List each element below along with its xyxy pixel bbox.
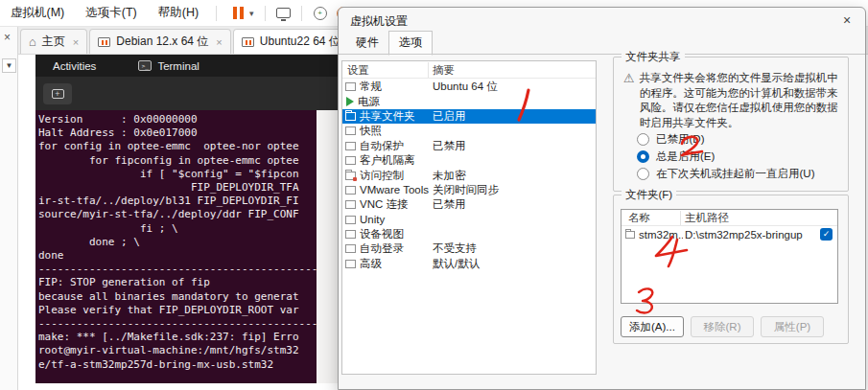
- terminal-line: if [ "$config" = "$fipcon: [38, 168, 317, 181]
- settings-row-general[interactable]: 常规 Ubuntu 64 位: [342, 80, 596, 94]
- dialog-title: 虚拟机设置: [350, 13, 408, 30]
- tab-debian[interactable]: Debian 12.x 64 位 ×: [89, 29, 231, 54]
- settings-list: 设置 摘要 常规 Ubuntu 64 位 电源 共享文件夹: [341, 60, 597, 375]
- vm-settings-dialog: 虚拟机设置 × 硬件 选项 设置 摘要 常规 Ubuntu 64 位: [338, 7, 866, 390]
- settings-row-power[interactable]: 电源: [342, 94, 596, 108]
- terminal-line: Please verify that FIP_DEPLOYDIR_ROOT va…: [38, 304, 317, 317]
- radio-label: 已禁用(D): [656, 132, 704, 147]
- vm-guest-screen[interactable]: Activities >_ Terminal + Version : 0x000…: [35, 55, 338, 383]
- settings-row-snapshot[interactable]: 快照: [342, 124, 596, 138]
- terminal-scrollbar[interactable]: [317, 110, 338, 383]
- pause-dropdown-icon[interactable]: ▾: [249, 9, 254, 18]
- folder-properties-button[interactable]: 属性(P): [761, 316, 824, 337]
- folder-enabled-checkbox[interactable]: ✓: [820, 228, 833, 241]
- folder-sharing-group: 文件夹共享 ⚠ 共享文件夹会将您的文件显示给虚拟机中的程序。这可能为您的计算机和…: [613, 57, 849, 192]
- folders-legend: 文件夹(F): [622, 188, 676, 202]
- guest-isolation-icon: [345, 156, 356, 165]
- radio-always-enabled[interactable]: 总是启用(E): [637, 149, 715, 164]
- folders-group: 文件夹(F) 名称 主机路径 stm32m... D:\stm32mp25x-b…: [613, 195, 849, 344]
- home-icon: ⌂: [29, 34, 36, 49]
- terminal-line: FIP: STOP generation of fip: [38, 276, 317, 289]
- dialog-close-icon[interactable]: ×: [834, 11, 859, 30]
- terminal-line: fi ; \: [38, 222, 317, 236]
- terminal-output[interactable]: Version : 0x00000000 Halt Address : 0x0e…: [35, 110, 317, 383]
- radio-icon[interactable]: [637, 168, 649, 180]
- row-label: VMware Tools: [360, 184, 429, 195]
- close-tab-icon[interactable]: ×: [214, 36, 222, 48]
- settings-row-access-control[interactable]: 访问控制 未加密: [342, 168, 596, 182]
- terminal-line: Version : 0x00000000: [38, 113, 317, 126]
- row-label: 自动登录: [360, 241, 404, 256]
- radio-checked-icon[interactable]: [637, 150, 649, 163]
- autoprotect-icon: [345, 142, 356, 150]
- pause-vm-icon[interactable]: [233, 7, 244, 19]
- row-summary: 关闭时间同步: [433, 183, 499, 197]
- take-snapshot-icon[interactable]: +: [314, 7, 327, 20]
- folder-buttons: 添加(A)... 移除(R) 属性(P): [621, 316, 843, 337]
- general-icon: [345, 82, 356, 91]
- settings-row-autologin[interactable]: 自动登录 不受支持: [342, 241, 596, 256]
- column-summary: 摘要: [433, 63, 455, 78]
- remove-folder-button[interactable]: 移除(R): [691, 316, 754, 337]
- terminal-line: done: [38, 249, 317, 263]
- settings-row-autoprotect[interactable]: 自动保护 已禁用: [342, 139, 596, 153]
- dialog-tab-strip: 硬件 选项: [346, 34, 433, 55]
- row-label: 共享文件夹: [360, 109, 415, 124]
- settings-row-vnc[interactable]: VNC 连接 已禁用: [342, 197, 596, 212]
- terminal-app-menu[interactable]: Terminal: [157, 60, 199, 72]
- radio-enabled-until[interactable]: 在下次关机或挂起前一直启用(U): [637, 167, 814, 181]
- vnc-icon: [345, 200, 356, 209]
- folder-sharing-legend: 文件夹共享: [622, 50, 685, 64]
- row-label: 电源: [358, 95, 380, 109]
- terminal-line: because all binaries mandatory to genera…: [38, 290, 317, 304]
- terminal-line: for config in optee-emmc optee-nor optee: [38, 140, 317, 153]
- terminal-line: root@myir-virtual-machine:/mnt/hgfs/stm3…: [38, 344, 317, 357]
- menu-vm[interactable]: 虚拟机(M): [0, 0, 75, 26]
- menu-tabs[interactable]: 选项卡(T): [75, 0, 147, 26]
- close-library-icon[interactable]: ×: [4, 31, 11, 44]
- tab-hardware[interactable]: 硬件: [346, 32, 388, 55]
- radio-disabled[interactable]: 已禁用(D): [637, 132, 704, 147]
- row-label: 设备视图: [360, 227, 404, 241]
- warning-text: 共享文件夹会将您的文件显示给虚拟机中的程序。这可能为您的计算机和数据带来风险。请…: [640, 71, 845, 130]
- terminal-line: make: *** [../Makefile.sdk:237: fip] Err…: [38, 331, 317, 344]
- row-summary: Ubuntu 64 位: [433, 80, 498, 94]
- settings-row-vmware-tools[interactable]: VMware Tools 关闭时间同步: [342, 183, 596, 197]
- row-label: VNC 连接: [360, 197, 408, 212]
- row-label: 常规: [360, 80, 382, 94]
- activities-button[interactable]: Activities: [53, 60, 96, 72]
- folder-row-stm32[interactable]: stm32m... D:\stm32mp25x-bringup ✓: [622, 227, 837, 242]
- column-divider: [428, 62, 429, 78]
- folders-table[interactable]: 名称 主机路径 stm32m... D:\stm32mp25x-bringup …: [621, 209, 838, 304]
- tab-options[interactable]: 选项: [388, 31, 433, 56]
- settings-row-guest-isolation[interactable]: 客户机隔离: [342, 153, 596, 168]
- folder-name: stm32m...: [639, 229, 683, 241]
- new-tab-button[interactable]: +: [43, 83, 72, 104]
- power-icon: [346, 97, 354, 106]
- device-view-icon: [345, 230, 356, 239]
- library-dropdown-icon[interactable]: ▼: [2, 58, 16, 73]
- radio-icon[interactable]: [637, 133, 649, 146]
- shared-folders-icon: [345, 112, 356, 121]
- settings-row-advanced[interactable]: 高级 默认/默认: [342, 257, 596, 271]
- folder-host-path: D:\stm32mp25x-bringup: [685, 229, 803, 241]
- tab-home[interactable]: ⌂ 主页 ×: [20, 29, 87, 54]
- settings-rows: 常规 Ubuntu 64 位 电源 共享文件夹 已启用 快照: [342, 80, 596, 271]
- terminal-line: Halt Address : 0x0e017000: [38, 126, 317, 140]
- folders-table-header: 名称 主机路径: [622, 210, 837, 226]
- menu-help[interactable]: 帮助(H): [148, 0, 209, 26]
- radio-label: 总是启用(E): [656, 149, 715, 164]
- settings-row-device-view[interactable]: 设备视图: [342, 227, 596, 241]
- close-tab-icon[interactable]: ×: [71, 36, 79, 48]
- row-label: 自动保护: [360, 139, 404, 153]
- send-to-display-icon[interactable]: [276, 8, 291, 18]
- library-panel-edge: × ▼: [0, 27, 18, 390]
- column-divider: [680, 211, 681, 225]
- terminal-line: ir-st-tfa/../deploy/bl31 FIP_DEPLOYDIR_F…: [38, 195, 317, 208]
- advanced-icon: [345, 260, 356, 268]
- settings-row-unity[interactable]: Unity: [342, 213, 596, 227]
- add-folder-button[interactable]: 添加(A)...: [621, 316, 684, 337]
- settings-row-shared-folders[interactable]: 共享文件夹 已启用: [342, 109, 596, 124]
- terminal-line: FIP_DEPLOYDIR_TFA: [38, 181, 317, 195]
- tab-home-label: 主页: [42, 34, 65, 50]
